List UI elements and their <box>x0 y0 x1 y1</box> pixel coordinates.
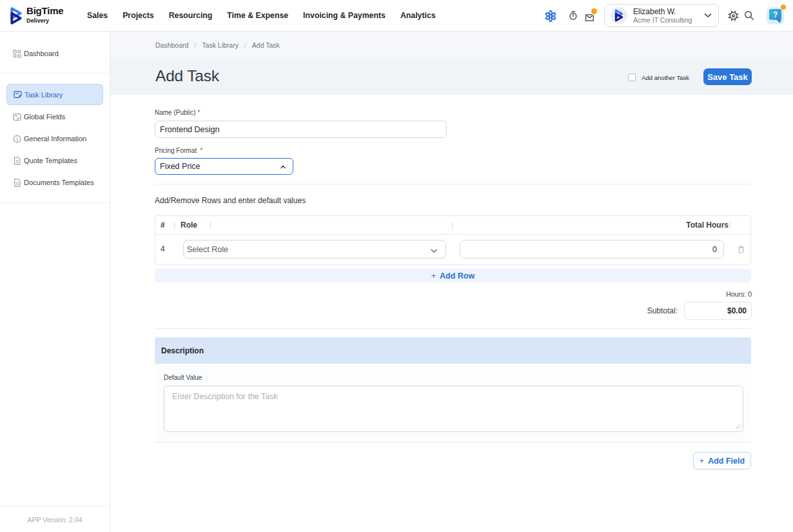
svg-text:?: ? <box>773 10 778 19</box>
svg-text:$: $ <box>16 159 19 163</box>
